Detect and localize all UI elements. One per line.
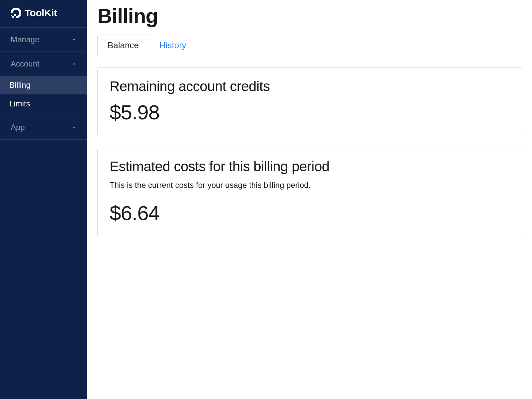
nav-header-manage[interactable]: Manage	[0, 28, 87, 52]
main-content: Billing Balance History Remaining accoun…	[87, 0, 532, 399]
sidebar-item-limits[interactable]: Limits	[0, 94, 87, 113]
chevron-down-icon	[71, 124, 77, 131]
nav-label-app: App	[11, 123, 25, 132]
card-subtitle: This is the current costs for your usage…	[110, 181, 510, 190]
chevron-up-icon	[71, 61, 77, 67]
nav-section-account: Account Billing Limits	[0, 52, 87, 115]
tab-label: History	[159, 40, 186, 50]
tab-history[interactable]: History	[149, 35, 197, 56]
nav-header-app[interactable]: App	[0, 115, 87, 139]
card-remaining-credits: Remaining account credits $5.98	[97, 67, 522, 136]
nav-label-account: Account	[11, 59, 40, 68]
brand-logo-icon	[11, 8, 21, 18]
card-value-estimate: $6.64	[110, 201, 510, 225]
tab-balance[interactable]: Balance	[97, 35, 149, 56]
nav-label-manage: Manage	[11, 35, 40, 44]
tabs: Balance History	[97, 34, 522, 56]
nav-sub-account: Billing Limits	[0, 76, 87, 115]
nav-header-account[interactable]: Account	[0, 52, 87, 76]
sidebar-item-billing[interactable]: Billing	[0, 76, 87, 94]
chevron-down-icon	[71, 36, 77, 43]
nav-section-manage: Manage	[0, 27, 87, 52]
sidebar: ToolKit Manage Account Billing Limits Ap…	[0, 0, 87, 399]
card-title: Estimated costs for this billing period	[110, 159, 510, 175]
brand[interactable]: ToolKit	[0, 0, 87, 27]
card-value-credits: $5.98	[110, 100, 510, 124]
sidebar-item-label: Billing	[9, 80, 31, 89]
nav-section-app: App	[0, 115, 87, 140]
tab-label: Balance	[108, 40, 139, 50]
card-title: Remaining account credits	[110, 78, 510, 94]
sidebar-item-label: Limits	[9, 99, 30, 108]
card-estimated-costs: Estimated costs for this billing period …	[97, 148, 522, 237]
page-title: Billing	[97, 4, 522, 28]
brand-name: ToolKit	[25, 7, 57, 19]
